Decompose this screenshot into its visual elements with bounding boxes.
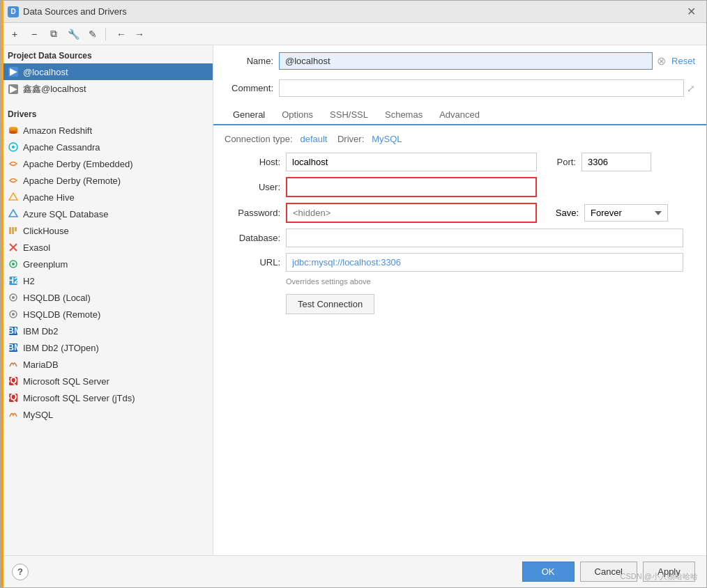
port-input[interactable] [581,153,651,171]
svg-text:SQL: SQL [8,393,18,402]
database-input[interactable] [286,229,683,247]
app-icon: D [8,6,19,17]
back-button[interactable]: ← [113,26,130,42]
driver-icon-mssql-jtds: SQL [8,392,19,403]
comment-row: Comment: ⤢ [213,77,706,100]
svg-point-17 [12,263,15,265]
url-label: URL: [225,257,280,268]
add-button[interactable]: + [6,26,23,42]
close-button[interactable]: ✕ [683,3,699,20]
driver-item-mariadb[interactable]: MariaDB [1,356,213,373]
driver-item-greenplum[interactable]: Greenplum [1,256,213,272]
driver-item-hsqldb-local[interactable]: HSQLDB (Local) [1,289,213,306]
driver-item-clickhouse[interactable]: ClickHouse [1,222,213,239]
driver-item-h2[interactable]: H2 H2 [1,272,213,289]
driver-item-ibm-db2[interactable]: IBM IBM Db2 [1,323,213,339]
password-input[interactable] [286,203,537,223]
driver-item-mssql[interactable]: SQL Microsoft SQL Server [1,373,213,389]
conn-type-value[interactable]: default [300,134,327,144]
bottom-bar: ? OK Cancel Apply [1,555,706,587]
edit-button[interactable]: ✎ [84,26,101,42]
svg-point-6 [9,131,17,134]
tab-advanced[interactable]: Advanced [431,105,488,125]
tab-options[interactable]: Options [273,105,321,125]
remove-button[interactable]: − [26,26,43,42]
driver-item-hsqldb-remote[interactable]: HSQLDB (Remote) [1,306,213,323]
driver-icon-amazon-redshift [8,125,19,136]
svg-point-5 [9,127,17,130]
driver-label-greenplum: Greenplum [23,259,68,270]
svg-text:▶: ▶ [10,84,17,94]
driver-label-exasol: Exasol [23,242,50,253]
tab-ssh-ssl[interactable]: SSH/SSL [321,105,377,125]
name-clear-icon[interactable]: ⊗ [657,54,666,68]
database-row: Database: [225,229,695,247]
settings-button[interactable]: 🔧 [65,26,82,42]
left-panel: Project Data Sources ▶ @localhost ▶ 鑫鑫@l… [1,45,213,555]
right-panel: Name: ⊗ Reset Comment: ⤢ General Options [213,45,706,555]
driver-icon-mssql: SQL [8,376,19,387]
url-row: URL: [225,253,695,272]
tab-schemas[interactable]: Schemas [377,105,431,125]
svg-rect-13 [15,227,17,231]
datasource-item-localhost[interactable]: ▶ @localhost [1,63,213,80]
driver-label-mysql: MySQL [23,410,53,420]
comment-input[interactable] [279,79,684,97]
driver-label-hsqldb-local: HSQLDB (Local) [23,293,91,303]
datasource-icon-xinxin: ▶ [8,84,19,95]
driver-label-amazon-redshift: Amazon Redshift [23,125,92,136]
conn-type-row: Connection type: default Driver: MySQL [225,134,695,144]
svg-rect-12 [12,227,14,234]
tab-content-general: Connection type: default Driver: MySQL H… [213,125,706,555]
tab-general[interactable]: General [225,105,273,125]
driver-label-apache-derby-embedded: Apache Derby (Embedded) [23,159,133,169]
driver-item-exasol[interactable]: Exasol [1,239,213,256]
svg-text:IBM: IBM [8,343,18,353]
driver-icon-mariadb [8,359,19,370]
reset-link[interactable]: Reset [671,56,695,66]
toolbar-nav: ← → [113,26,148,42]
save-select[interactable]: Forever Until restart Never [584,204,668,222]
driver-icon-apache-hive [8,192,19,203]
driver-icon-azure-sql [8,208,19,219]
driver-item-azure-sql[interactable]: Azure SQL Database [1,206,213,222]
forward-button[interactable]: → [131,26,148,42]
drivers-section: Drivers Amazon Redshift Apache Cassandra [1,104,213,423]
driver-item-apache-hive[interactable]: Apache Hive [1,189,213,206]
name-label: Name: [225,56,273,66]
svg-text:IBM: IBM [8,326,18,336]
driver-item-apache-derby-remote[interactable]: Apache Derby (Remote) [1,172,213,189]
datasource-icon-localhost: ▶ [8,66,19,77]
help-button[interactable]: ? [12,564,29,580]
password-row: Password: Save: Forever Until restart Ne… [225,203,695,223]
driver-label: Driver: [337,134,364,144]
name-input[interactable] [279,52,653,70]
comment-expand-icon[interactable]: ⤢ [687,83,695,94]
test-connection-button[interactable]: Test Connection [286,294,374,314]
driver-icon-mysql [8,409,19,420]
user-input[interactable] [286,177,537,197]
ok-button[interactable]: OK [522,562,575,582]
datasource-label-localhost: @localhost [23,67,68,77]
driver-label-mariadb: MariaDB [23,359,59,370]
driver-value[interactable]: MySQL [372,134,402,144]
driver-label-apache-cassandra: Apache Cassandra [23,142,100,153]
user-label: User: [225,182,280,192]
port-label: Port: [548,157,576,167]
driver-item-apache-cassandra[interactable]: Apache Cassandra [1,139,213,155]
driver-icon-apache-derby-embedded [8,158,19,169]
driver-item-mysql[interactable]: MySQL [1,406,213,423]
host-input[interactable] [286,153,537,171]
driver-icon-greenplum [8,258,19,270]
driver-item-mssql-jtds[interactable]: SQL Microsoft SQL Server (jTds) [1,389,213,406]
driver-item-amazon-redshift[interactable]: Amazon Redshift [1,122,213,139]
copy-button[interactable]: ⧉ [45,26,62,42]
url-input[interactable] [286,253,683,272]
driver-item-apache-derby-embedded[interactable]: Apache Derby (Embedded) [1,155,213,172]
conn-type-label: Connection type: [225,134,293,144]
datasource-item-xinxin[interactable]: ▶ 鑫鑫@localhost [1,80,213,98]
driver-icon-ibm-db2-jtopen: IBM [8,342,19,353]
password-label: Password: [225,208,280,218]
watermark: CSDN @小人物哈哈哈 [621,571,698,582]
driver-item-ibm-db2-jtopen[interactable]: IBM IBM Db2 (JTOpen) [1,339,213,356]
